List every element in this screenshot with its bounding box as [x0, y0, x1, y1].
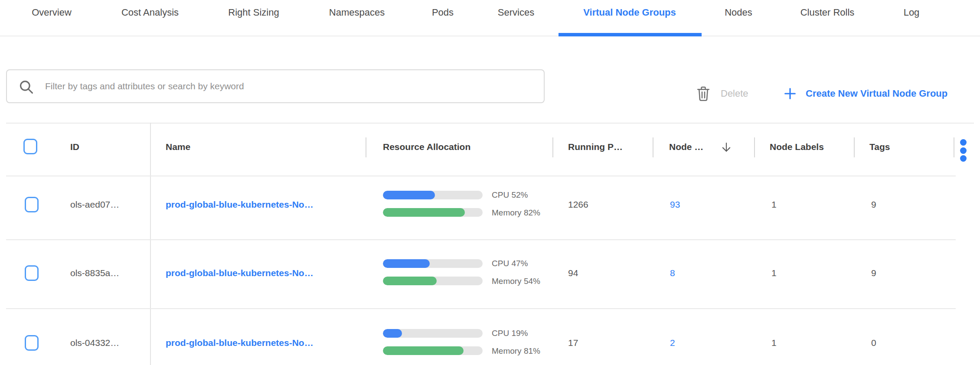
nodes-count-link[interactable]: 8 — [670, 268, 675, 278]
tab-virtual-node-groups[interactable]: Virtual Node Groups — [583, 7, 676, 18]
column-header-id[interactable]: ID — [70, 142, 79, 152]
row-checkbox[interactable] — [25, 197, 39, 212]
cpu-usage-label: CPU 52% — [492, 190, 528, 200]
header-separator — [6, 176, 956, 176]
vng-id: ols-04332… — [70, 338, 119, 348]
plus-icon — [783, 87, 797, 101]
dot — [960, 147, 967, 154]
column-header-resource-allocation[interactable]: Resource Allocation — [383, 142, 470, 152]
cpu-usage-label: CPU 47% — [492, 259, 528, 268]
tags-count: 0 — [871, 338, 876, 348]
memory-usage-fill — [383, 346, 464, 355]
column-header-tags[interactable]: Tags — [869, 142, 890, 152]
virtual-node-groups-page: Overview Cost Analysis Right Sizing Name… — [0, 0, 980, 365]
cpu-usage-bar — [383, 191, 483, 199]
sort-descending-icon[interactable] — [720, 141, 733, 154]
nodes-count-link[interactable]: 2 — [670, 338, 675, 348]
filter-input[interactable]: Filter by tags and attributes or search … — [6, 69, 545, 103]
node-labels-count: 1 — [771, 199, 777, 210]
row-checkbox[interactable] — [25, 265, 39, 281]
column-divider — [954, 137, 954, 157]
tab-right-sizing[interactable]: Right Sizing — [228, 7, 279, 18]
tab-overview[interactable]: Overview — [32, 7, 72, 18]
tags-count: 9 — [871, 268, 876, 278]
cpu-usage-label: CPU 19% — [492, 329, 528, 338]
nodes-count-link[interactable]: 93 — [670, 199, 680, 210]
row-separator — [6, 308, 956, 309]
running-pods-count: 1266 — [568, 199, 588, 210]
cpu-usage-bar — [383, 259, 483, 268]
tags-count: 9 — [871, 199, 876, 210]
cpu-usage-bar — [383, 329, 483, 338]
active-tab-underline — [559, 33, 702, 36]
tab-log[interactable]: Log — [904, 7, 920, 18]
vng-name-link[interactable]: prod-global-blue-kubernetes-No… — [166, 338, 314, 348]
cpu-usage-fill — [383, 329, 402, 338]
tab-bar-divider — [0, 36, 980, 36]
memory-usage-label: Memory 82% — [492, 208, 540, 218]
column-header-running-pods[interactable]: Running P… — [568, 142, 623, 152]
cpu-usage-fill — [383, 259, 430, 268]
delete-button-label: Delete — [721, 88, 748, 99]
column-divider — [366, 137, 366, 157]
column-header-nodes[interactable]: Node … — [669, 142, 703, 152]
row-checkbox[interactable] — [25, 335, 39, 351]
tab-nodes[interactable]: Nodes — [725, 7, 752, 18]
memory-usage-label: Memory 81% — [492, 346, 540, 356]
tab-pods[interactable]: Pods — [432, 7, 454, 18]
cpu-usage-fill — [383, 191, 435, 199]
tab-bar: Overview Cost Analysis Right Sizing Name… — [0, 0, 980, 36]
tab-cost-analysis[interactable]: Cost Analysis — [121, 7, 179, 18]
vng-id: ols-aed07… — [70, 199, 119, 210]
select-all-checkbox[interactable] — [23, 139, 37, 154]
node-labels-count: 1 — [771, 268, 777, 278]
running-pods-count: 94 — [568, 268, 578, 278]
dot — [960, 155, 967, 162]
row-separator — [6, 239, 956, 240]
tab-cluster-rolls[interactable]: Cluster Rolls — [800, 7, 855, 18]
running-pods-count: 17 — [568, 338, 578, 348]
tab-services[interactable]: Services — [498, 7, 534, 18]
create-button-label: Create New Virtual Node Group — [806, 88, 947, 99]
delete-button[interactable]: Delete — [696, 81, 748, 107]
search-icon — [18, 79, 35, 95]
filter-placeholder: Filter by tags and attributes or search … — [45, 81, 244, 91]
column-divider — [552, 137, 553, 157]
column-divider — [653, 137, 653, 157]
dot — [960, 139, 967, 146]
vng-name-link[interactable]: prod-global-blue-kubernetes-No… — [166, 199, 314, 210]
memory-usage-fill — [383, 208, 465, 217]
trash-icon — [696, 85, 711, 102]
create-virtual-node-group-button[interactable]: Create New Virtual Node Group — [783, 81, 947, 107]
memory-usage-fill — [383, 277, 437, 285]
tab-namespaces[interactable]: Namespaces — [329, 7, 385, 18]
memory-usage-bar — [383, 277, 483, 285]
column-divider — [754, 137, 755, 157]
memory-usage-bar — [383, 346, 483, 355]
table-top-border — [6, 123, 974, 124]
memory-usage-label: Memory 54% — [492, 277, 540, 286]
vng-name-link[interactable]: prod-global-blue-kubernetes-No… — [166, 268, 314, 278]
memory-usage-bar — [383, 208, 483, 217]
id-column-divider — [150, 123, 151, 365]
column-header-name[interactable]: Name — [166, 142, 190, 152]
column-divider — [854, 137, 855, 157]
column-header-node-labels[interactable]: Node Labels — [770, 142, 824, 152]
vng-id: ols-8835a… — [70, 268, 119, 278]
node-labels-count: 1 — [771, 338, 777, 348]
column-options-menu-icon[interactable] — [960, 139, 967, 162]
